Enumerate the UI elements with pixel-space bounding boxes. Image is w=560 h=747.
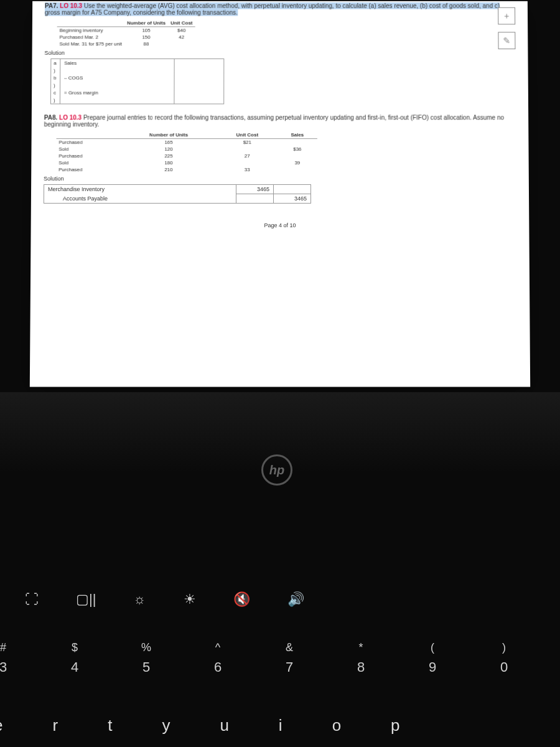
pa7-table: Number of UnitsUnit Cost Beginning inven… — [57, 20, 195, 48]
vol-key[interactable]: 🔊 — [287, 591, 304, 608]
mute-key[interactable]: 🔇 — [233, 591, 250, 608]
key-3[interactable]: #3 — [0, 641, 19, 675]
key-o[interactable]: o — [332, 716, 341, 735]
key-i[interactable]: i — [279, 716, 282, 735]
edit-button[interactable]: ✎ — [498, 32, 515, 49]
fullscreen-key[interactable]: ⛶ — [25, 591, 39, 608]
key-6[interactable]: ^6 — [202, 641, 233, 675]
page-number: Page 4 of 10 — [44, 222, 517, 228]
laptop-screen: + ✎ PA7. LO 10.3 Use the weighted-averag… — [30, 1, 530, 387]
key-u[interactable]: u — [220, 716, 228, 735]
pa8-question: PA8. LO 10.3 Prepare journal entries to … — [44, 113, 516, 129]
journal-entry: Merchandise Inventory3465 Accounts Payab… — [44, 184, 311, 204]
key-4[interactable]: $4 — [59, 641, 90, 675]
key-e[interactable]: e — [0, 716, 2, 735]
pa7-solution-label: Solution — [44, 50, 515, 56]
key-t[interactable]: t — [108, 716, 112, 735]
key-p[interactable]: p — [391, 716, 399, 735]
key-y[interactable]: y — [162, 716, 170, 735]
key-9[interactable]: (9 — [417, 641, 448, 675]
bright-down-key[interactable]: ☼ — [133, 591, 146, 608]
key-7[interactable]: &7 — [274, 641, 305, 675]
pa7-calc: aSales ) b– COGS ) c= Gross margin ) — [50, 59, 224, 104]
key-8[interactable]: *8 — [345, 641, 376, 675]
document-content: PA7. LO 10.3 Use the weighted-average (A… — [31, 1, 530, 228]
key-r[interactable]: r — [52, 716, 58, 735]
key-5[interactable]: %5 — [131, 641, 162, 675]
expand-button[interactable]: + — [498, 7, 515, 25]
pa8-solution-label: Solution — [44, 176, 516, 182]
pa8-table: Number of UnitsUnit CostSales Purchased1… — [56, 131, 317, 173]
overview-key[interactable]: ▢|| — [76, 591, 96, 608]
pa7-question: PA7. LO 10.3 Use the weighted-average (A… — [45, 1, 515, 17]
key-0[interactable]: )0 — [488, 641, 520, 675]
keyboard: C ⛶▢||☼☀🔇🔊 #3$4%5^6&7*8(9)0 ertyuiop — [0, 591, 560, 747]
hp-logo: hp — [261, 454, 292, 486]
bright-up-key[interactable]: ☀ — [184, 591, 196, 608]
